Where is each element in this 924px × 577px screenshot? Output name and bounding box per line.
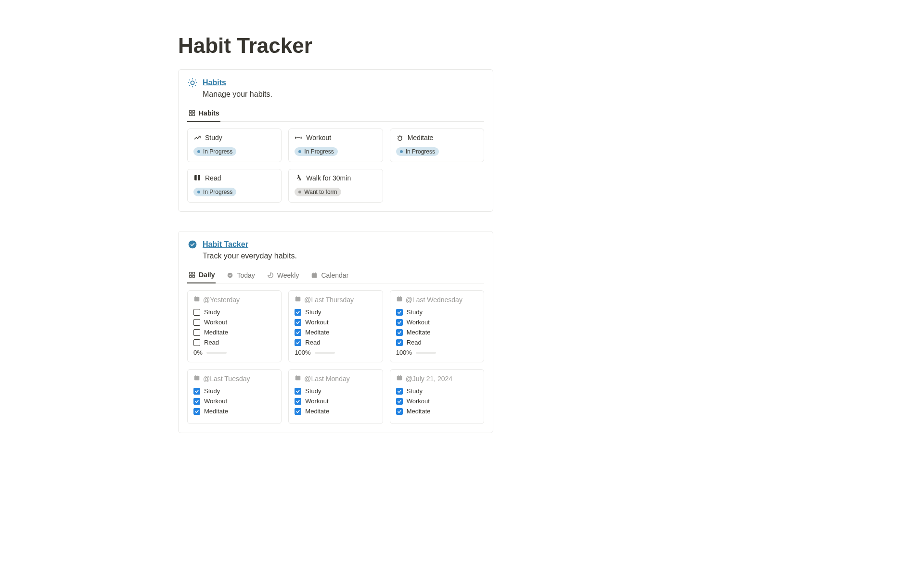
check-label: Meditate: [204, 329, 228, 336]
tracker-tabs: DailyTodayWeeklyCalendar: [187, 268, 484, 283]
checkbox[interactable]: [193, 319, 200, 326]
svg-line-4: [195, 85, 195, 86]
checkbox[interactable]: [295, 329, 301, 336]
habit-icon: [295, 134, 302, 141]
svg-rect-42: [397, 376, 402, 380]
checkbox[interactable]: [295, 319, 301, 326]
day-card[interactable]: @July 21, 2024StudyWorkoutMeditate: [390, 369, 484, 424]
svg-rect-14: [301, 137, 302, 139]
check-label: Study: [305, 308, 321, 316]
svg-rect-30: [295, 297, 301, 301]
tab-habits[interactable]: Habits: [187, 106, 220, 122]
calendar-icon: [295, 295, 301, 304]
habit-card-label: Walk for 30min: [306, 174, 351, 182]
calendar-icon: [396, 295, 403, 304]
habit-card[interactable]: StudyIn Progress: [187, 128, 282, 162]
svg-line-7: [189, 85, 190, 86]
check-row: Workout: [193, 319, 275, 326]
chart-icon: [267, 271, 274, 279]
checkbox[interactable]: [193, 398, 200, 405]
checkbox[interactable]: [193, 408, 200, 415]
check-label: Meditate: [305, 329, 329, 336]
habits-link[interactable]: Habits: [203, 78, 226, 87]
day-title-text: @Last Thursday: [304, 296, 354, 304]
checkbox[interactable]: [295, 398, 301, 405]
checkbox[interactable]: [295, 408, 301, 415]
calendar-icon: [310, 271, 318, 279]
checkbox[interactable]: [396, 408, 403, 415]
check-row: Workout: [396, 319, 478, 326]
day-title: @Yesterday: [193, 295, 275, 304]
svg-rect-21: [192, 275, 194, 277]
svg-rect-9: [190, 111, 192, 113]
tab-weekly[interactable]: Weekly: [266, 269, 300, 283]
checkbox[interactable]: [295, 339, 301, 346]
day-card[interactable]: @Last ThursdayStudyWorkoutMeditateRead10…: [288, 290, 383, 362]
habit-card[interactable]: MeditateIn Progress: [390, 128, 484, 162]
checkbox[interactable]: [396, 329, 403, 336]
svg-point-0: [191, 81, 194, 84]
svg-rect-15: [296, 137, 300, 138]
checkbox[interactable]: [193, 309, 200, 316]
check-row: Study: [396, 308, 478, 316]
day-title-text: @Last Monday: [304, 375, 349, 383]
checkbox[interactable]: [396, 388, 403, 395]
tab-daily[interactable]: Daily: [187, 268, 216, 283]
habits-subtitle: Manage your habits.: [203, 90, 484, 99]
checkbox[interactable]: [396, 309, 403, 316]
status-badge: In Progress: [193, 188, 236, 196]
habit-card[interactable]: WorkoutIn Progress: [288, 128, 383, 162]
check-label: Meditate: [407, 329, 431, 336]
checkbox[interactable]: [396, 398, 403, 405]
checkbox[interactable]: [396, 339, 403, 346]
day-card[interactable]: @Last WednesdayStudyWorkoutMeditateRead1…: [390, 290, 484, 362]
checkbox[interactable]: [396, 319, 403, 326]
check-label: Meditate: [407, 408, 431, 415]
check-row: Workout: [295, 397, 376, 405]
habit-icon: [295, 174, 302, 182]
check-row: Meditate: [295, 408, 376, 415]
day-card[interactable]: @YesterdayStudyWorkoutMeditateRead0%: [187, 290, 282, 362]
check-row: Workout: [193, 397, 275, 405]
tab-label: Daily: [199, 271, 215, 279]
svg-point-16: [298, 175, 299, 176]
checkbox[interactable]: [193, 329, 200, 336]
day-card[interactable]: @Last MondayStudyWorkoutMeditate: [288, 369, 383, 424]
status-badge: In Progress: [295, 147, 337, 156]
checkbox[interactable]: [193, 388, 200, 395]
habit-cards-grid: StudyIn ProgressWorkoutIn ProgressMedita…: [187, 128, 484, 203]
status-badge: Want to form: [295, 188, 341, 196]
day-title: @Last Thursday: [295, 295, 376, 304]
svg-rect-20: [190, 275, 192, 277]
tab-today[interactable]: Today: [225, 269, 256, 283]
tracker-link[interactable]: Habit Tacker: [203, 240, 248, 249]
sun-icon: [187, 77, 198, 88]
tab-calendar[interactable]: Calendar: [309, 269, 349, 283]
habit-card[interactable]: Walk for 30minWant to form: [288, 169, 383, 203]
day-title: @Last Monday: [295, 374, 376, 383]
day-card[interactable]: @Last TuesdayStudyWorkoutMeditate: [187, 369, 282, 424]
check-row: Workout: [396, 397, 478, 405]
calendar-icon: [295, 374, 301, 383]
tracker-subtitle: Track your everyday habits.: [203, 252, 484, 260]
tab-label: Today: [237, 271, 255, 279]
svg-rect-18: [190, 272, 192, 274]
check-label: Workout: [305, 319, 328, 326]
checkbox[interactable]: [295, 309, 301, 316]
habit-card-label: Read: [205, 174, 221, 182]
progress-bar: [416, 352, 436, 354]
svg-line-8: [195, 79, 195, 80]
checkbox[interactable]: [193, 339, 200, 346]
check-label: Workout: [204, 319, 227, 326]
habit-card[interactable]: ReadIn Progress: [187, 169, 282, 203]
check-circle-icon: [187, 239, 198, 250]
progress-row: 100%: [295, 349, 376, 356]
status-badge: In Progress: [193, 147, 236, 156]
check-label: Study: [305, 387, 321, 395]
check-row: Study: [295, 387, 376, 395]
svg-rect-19: [192, 272, 194, 274]
check-row: Meditate: [396, 408, 478, 415]
tracker-block: Habit Tacker Track your everyday habits.…: [178, 231, 493, 433]
percent-label: 100%: [396, 349, 412, 356]
checkbox[interactable]: [295, 388, 301, 395]
